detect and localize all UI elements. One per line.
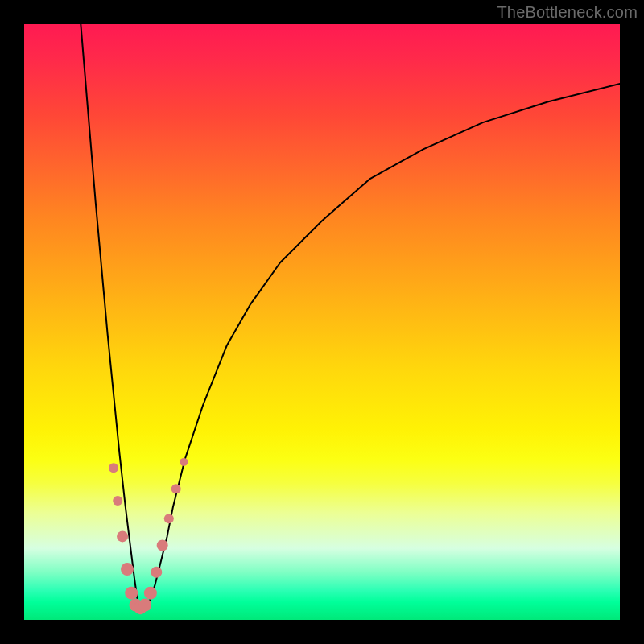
watermark-text: TheBottleneck.com xyxy=(497,3,638,22)
chart-frame: TheBottleneck.com xyxy=(0,0,644,644)
heat-gradient-background xyxy=(24,24,620,620)
plot-area xyxy=(24,24,620,620)
